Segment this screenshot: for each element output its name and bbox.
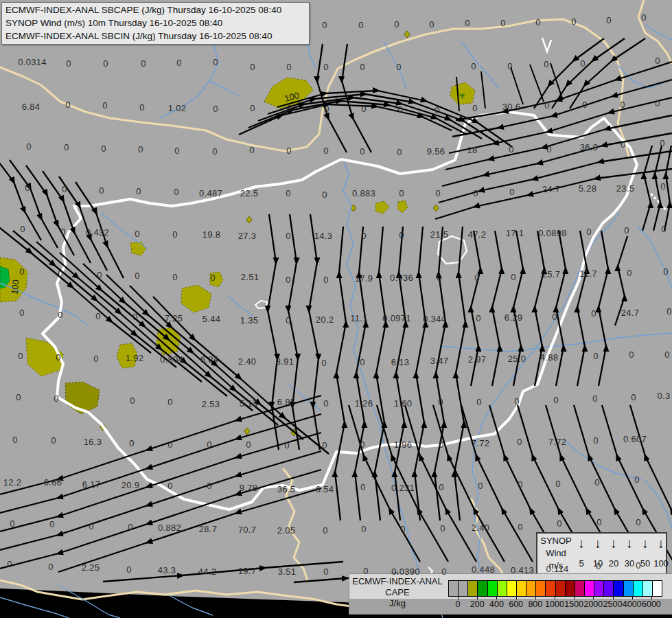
wind-legend-title-line: SYNOP [540, 536, 572, 546]
wind-streamlines [0, 38, 672, 582]
wind-legend-title-line: Wind [546, 548, 566, 558]
cape-color-legend: ECMWF-INDEX-ANALCAPEJ/kg0200400600800100… [349, 573, 672, 615]
cape-color-swatch [614, 581, 623, 596]
cape-color-swatch [459, 581, 468, 596]
cape-legend-title-line: ECMWF-INDEX-ANAL [352, 576, 442, 586]
weather-analysis-screen: { "title_box": { "lines": [ "ECMWF-INDEX… [0, 0, 672, 618]
cape-color-swatch [449, 581, 459, 596]
cape-tick-label: 1500 [564, 599, 583, 609]
wind-speed-legend: SYNOPWindm/s↓5↓10↓20↓30↓50↓100 [536, 532, 667, 579]
cape-color-swatch [468, 581, 478, 596]
wind-speed-value: 5 [579, 558, 583, 569]
wind-speed-value: 100 [653, 558, 669, 569]
cape-tick-label: 600 [509, 599, 523, 609]
wind-speed-value: 50 [640, 558, 650, 569]
cape-tick-label: 0 [456, 599, 461, 609]
cape-color-swatch [624, 581, 634, 596]
wind-arrow-icon: ↓ [594, 536, 601, 551]
title-box: ECMWF-INDEX-ANAL SBCAPE (J/kg) Thursday … [1, 2, 310, 45]
wind-speed-value: 30 [625, 558, 634, 569]
cape-color-swatch [488, 581, 498, 596]
cape-color-swatch [604, 581, 614, 596]
title-synop-wind: SYNOP Wind (m/s) 10m Thursday 16-10-2025… [5, 16, 305, 30]
rivers [0, 24, 672, 618]
cape-color-swatch [643, 581, 653, 596]
cape-max-star-icon: ✳ [459, 91, 465, 101]
wind-arrow-icon: ↓ [642, 536, 649, 551]
wind-arrow-icon: ↓ [626, 536, 633, 551]
cape-legend-title-line: J/kg [389, 598, 406, 608]
country-border [43, 38, 667, 575]
title-sbcin: ECMWF-INDEX-ANAL SBCIN (J/kg) Thursday 1… [5, 30, 305, 43]
wind-arrow-icon: ↓ [658, 536, 664, 551]
cape-color-swatch [546, 581, 555, 596]
wind-legend-title-line: m/s [549, 560, 564, 571]
cape-color-swatch [575, 581, 585, 596]
cape-color-swatch [507, 581, 517, 596]
weather-map-canvas: ✳ [0, 0, 672, 618]
wind-arrow-icon: ↓ [578, 536, 585, 551]
title-sbcape: ECMWF-INDEX-ANAL SBCAPE (J/kg) Thursday … [5, 3, 305, 16]
cape-tick-label: 200 [470, 599, 485, 609]
cape-color-swatch [526, 581, 536, 596]
wind-speed-value: 20 [609, 558, 618, 569]
cape-tick-label: 1000 [545, 599, 564, 609]
cape-color-swatch [498, 581, 507, 596]
cape-color-swatch [634, 581, 643, 596]
cape-color-swatch [478, 581, 487, 596]
cape-color-swatch [585, 581, 594, 596]
cape-tick-label: 800 [528, 599, 542, 609]
cape-color-swatch [653, 581, 662, 596]
cape-tick-label: 4000 [623, 599, 642, 609]
cape-color-swatch [566, 581, 575, 596]
cape-legend-title-line: CAPE [385, 587, 409, 597]
wind-speed-value: 10 [593, 558, 603, 569]
cape-color-swatch [517, 581, 526, 596]
cape-tick-label: 2500 [603, 599, 623, 609]
cape-color-swatch [594, 581, 604, 596]
cape-tick-label: 400 [489, 599, 504, 609]
cape-tick-label: 2000 [583, 599, 603, 609]
cape-colorbar [448, 580, 662, 597]
cape-color-swatch [556, 581, 566, 596]
wind-arrow-icon: ↓ [610, 536, 617, 551]
cape-tick-label: 6000 [642, 599, 661, 609]
cape-color-swatch [536, 581, 546, 596]
